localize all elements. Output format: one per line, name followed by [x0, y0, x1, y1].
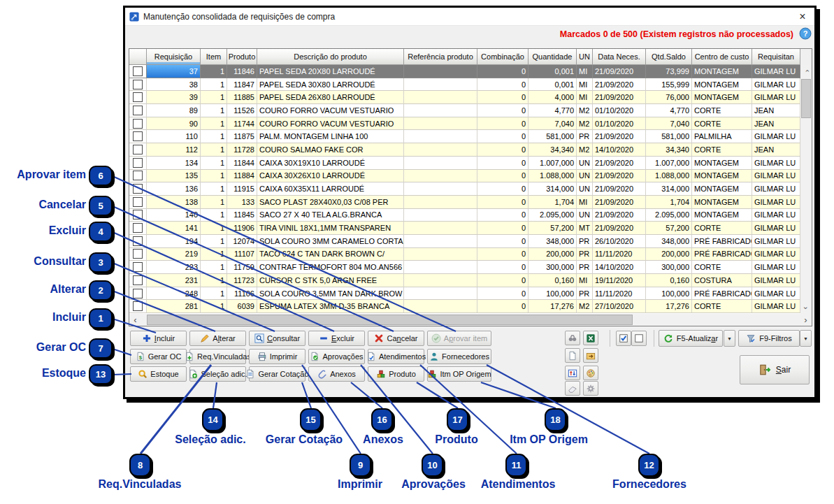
binoculars-button[interactable]	[565, 331, 580, 345]
table-row[interactable]: 223111759CONTRAF TERMOFORT 804 MO.AN5660…	[129, 261, 800, 274]
column-header-requisitante[interactable]: Requisitan	[752, 49, 800, 65]
table-row[interactable]: 248111106SOLA COURO 3,5MM TAN DARK BROW0…	[129, 287, 800, 301]
row-checkbox[interactable]	[133, 131, 143, 141]
itm-op-origem-button[interactable]: Itm OP Origem	[427, 366, 491, 382]
unmark-all-button[interactable]	[631, 331, 647, 346]
table-row[interactable]: 89111526COURO FORRO VACUM VESTUARIO04,77…	[129, 104, 800, 117]
cell-un: UN	[577, 209, 593, 222]
cancelar-button[interactable]: Cancelar	[368, 331, 424, 346]
row-checkbox[interactable]	[133, 106, 143, 115]
alterar-button[interactable]: Alterar	[189, 331, 246, 346]
estoque-button[interactable]: Estoque	[130, 366, 187, 382]
table-row[interactable]: 140111845SACO 27 X 40 TELA ALG.BRANCA02.…	[129, 209, 800, 222]
palette-button[interactable]	[583, 366, 598, 380]
incluir-button[interactable]: Incluir	[130, 331, 187, 346]
horizontal-scroll-thumb[interactable]	[147, 315, 633, 325]
column-header-combinacao[interactable]: Combinação	[477, 49, 529, 65]
row-checkbox[interactable]	[133, 171, 143, 180]
consultar-button[interactable]: Consultar	[249, 331, 305, 346]
column-header-quantidade[interactable]: Quantidade	[529, 49, 577, 65]
table-row[interactable]: 38111847PAPEL SEDA 30X80 LARROUDÉ00,001M…	[129, 78, 800, 92]
column-header-item[interactable]: Item	[201, 49, 227, 65]
eraser-button[interactable]	[565, 381, 580, 396]
gerar-oc-button[interactable]: $Gerar OC	[130, 349, 187, 364]
f9-dropdown-button[interactable]: ▼	[800, 330, 812, 347]
row-checkbox[interactable]	[133, 210, 143, 219]
produto-button[interactable]: Produto	[368, 366, 424, 382]
table-row[interactable]: 231111723CURSOR C STK 5,0 ARGN FREE00,16…	[129, 274, 800, 287]
table-row[interactable]: 219111107TACO 624 C TAN DARK BROWN C/020…	[129, 248, 800, 261]
column-header-referencia[interactable]: Referência produto	[404, 49, 477, 65]
aprovacoes-button[interactable]: Aprovações	[308, 349, 365, 364]
export-button[interactable]	[583, 348, 598, 363]
cell-centro_custo: MONTAGEM	[692, 182, 752, 196]
column-header-qtd_saldo[interactable]: Qtd.Saldo	[646, 49, 692, 65]
column-header-requisicao[interactable]: Requisição	[147, 49, 201, 65]
atendimentos-button[interactable]: Atendimentos	[368, 349, 424, 364]
table-row[interactable]: 39111885PAPEL SEDA 26X80 LARROUDÉ04,000M…	[129, 91, 800, 104]
horizontal-scrollbar[interactable]: ‹ ›	[129, 314, 812, 326]
table-row[interactable]: 1381133SACO PLAST 28X40X0,03 C/08 PER01,…	[129, 196, 800, 209]
selecao-adic-button[interactable]: Seleção adic.	[189, 366, 246, 382]
vertical-scrollbar[interactable]: › ›	[800, 65, 812, 314]
close-icon[interactable]: ×	[795, 10, 810, 23]
f9-filtros-button[interactable]: F9-Filtros	[738, 330, 800, 347]
row-checkbox[interactable]	[133, 197, 143, 207]
row-checkbox[interactable]	[133, 262, 143, 272]
table-row[interactable]: 134111844CAIXA 30X19X10 LARROUDÉ01.007,0…	[129, 157, 800, 170]
column-header-centro_custo[interactable]: Centro de custo	[692, 49, 752, 65]
row-checkbox[interactable]	[133, 145, 143, 154]
gerar-cotacao-button[interactable]: Gerar Cotação	[249, 366, 305, 382]
req-vinculadas-button[interactable]: Req.Vinculadas	[189, 349, 246, 364]
table-row[interactable]: 37111846PAPEL SEDA 20X80 LARROUDÉ00,001M…	[129, 65, 800, 78]
sair-button[interactable]: Sair	[740, 355, 810, 384]
column-header-un[interactable]: UN	[577, 49, 593, 65]
vertical-scroll-thumb[interactable]	[801, 79, 811, 118]
scroll-left-icon[interactable]: ‹	[129, 314, 141, 326]
f5-atualizar-button[interactable]: F5-Atualizar	[659, 330, 723, 347]
fornecedores-button[interactable]: Fornecedores	[427, 349, 491, 364]
row-checkbox[interactable]	[133, 249, 143, 259]
excluir-button[interactable]: Excluir	[308, 331, 365, 346]
sort-columns-button[interactable]	[565, 366, 580, 380]
cell-item: 1	[201, 78, 227, 92]
row-checkbox[interactable]	[133, 92, 143, 102]
table-row[interactable]: 90111744COURO FORRO VACUM VESTUARIO07,04…	[129, 117, 800, 131]
row-checkbox[interactable]	[133, 223, 143, 233]
mark-all-button[interactable]	[616, 331, 631, 346]
row-checkbox[interactable]	[133, 184, 143, 194]
table-row[interactable]: 194112074SOLA COURO 3MM CARAMELO CORTAD0…	[129, 235, 800, 248]
column-header-descricao[interactable]: Descrição do produto	[257, 49, 404, 65]
anexos-button[interactable]: Anexos	[308, 366, 365, 382]
column-header-checkbox[interactable]	[129, 49, 147, 65]
cell-requisitante: GILMAR LU	[752, 157, 800, 170]
gear-button[interactable]	[583, 381, 598, 396]
row-checkbox[interactable]	[133, 236, 143, 246]
new-document-button[interactable]	[565, 348, 580, 363]
column-header-data_neces[interactable]: Data Neces.	[593, 49, 646, 65]
table-row[interactable]: 135111884CAIXA 30X26X10 LARROUDÉ01.088,0…	[129, 170, 800, 183]
scroll-down-icon[interactable]: ›	[800, 303, 812, 314]
row-checkbox[interactable]	[133, 301, 143, 311]
help-icon[interactable]: ?	[799, 27, 812, 40]
table-row[interactable]: 112111728COURO SALMAO FAKE COR034,340M21…	[129, 143, 800, 157]
scroll-up-icon[interactable]: ›	[800, 66, 812, 77]
aprovar-item-button[interactable]: Aprovar item	[427, 331, 491, 346]
excel-button[interactable]	[583, 331, 598, 345]
row-checkbox[interactable]	[133, 80, 143, 89]
row-checkbox[interactable]	[133, 275, 143, 285]
table-row[interactable]: 28116039ESPUMA LATEX 3MM D-35 BRANCA017,…	[129, 300, 800, 313]
table-row[interactable]: 136111915CAIXA 60X35X11 LARROUDÉ0314,000…	[129, 182, 800, 196]
callout-badge-10: 10	[422, 454, 443, 477]
scroll-right-icon[interactable]: ›	[800, 314, 812, 326]
row-checkbox[interactable]	[133, 66, 143, 76]
cell-qtd_saldo: 34,340	[646, 143, 692, 157]
table-row[interactable]: 110111875PALM. MONTAGEM LINHA 1000581,00…	[129, 130, 800, 143]
row-checkbox[interactable]	[133, 158, 143, 168]
column-header-produto[interactable]: Produto	[227, 49, 257, 65]
f5-dropdown-button[interactable]: ▼	[724, 330, 735, 347]
imprimir-button[interactable]: Imprimir	[249, 349, 305, 364]
row-checkbox[interactable]	[133, 119, 143, 129]
row-checkbox[interactable]	[133, 289, 143, 298]
table-row[interactable]: 141111906TIRA VINIL 18X1,1MM TRANSPAREN0…	[129, 222, 800, 235]
